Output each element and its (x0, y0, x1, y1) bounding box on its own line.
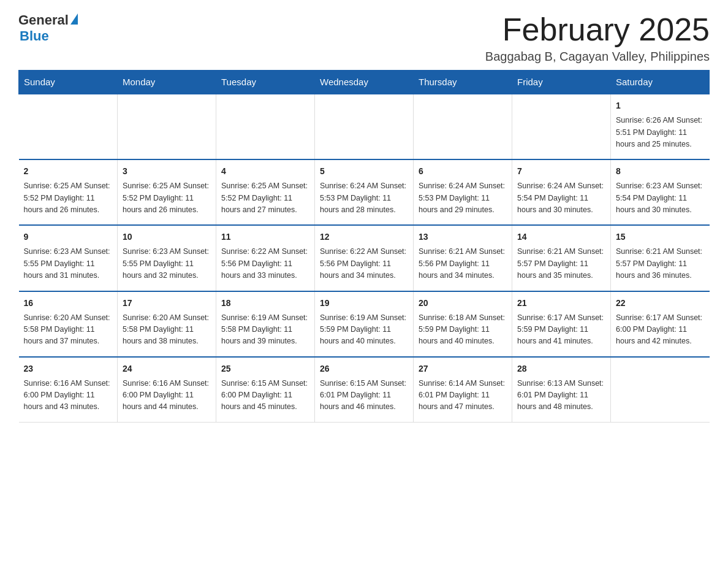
day-info: Sunrise: 6:23 AM Sunset: 5:54 PM Dayligh… (616, 180, 705, 216)
calendar-cell: 12Sunrise: 6:22 AM Sunset: 5:56 PM Dayli… (315, 225, 414, 291)
day-number: 18 (221, 297, 309, 310)
day-info: Sunrise: 6:25 AM Sunset: 5:52 PM Dayligh… (123, 180, 211, 216)
day-number: 22 (616, 297, 705, 310)
day-number: 10 (123, 231, 211, 243)
header-day-wednesday: Wednesday (315, 71, 414, 94)
day-info: Sunrise: 6:20 AM Sunset: 5:58 PM Dayligh… (24, 312, 113, 348)
day-number: 20 (419, 297, 507, 310)
day-number: 28 (517, 362, 605, 375)
calendar-cell: 17Sunrise: 6:20 AM Sunset: 5:58 PM Dayli… (118, 291, 216, 357)
day-number: 27 (419, 362, 507, 375)
calendar-week-5: 23Sunrise: 6:16 AM Sunset: 6:00 PM Dayli… (19, 357, 710, 423)
header-day-tuesday: Tuesday (216, 71, 315, 94)
day-info: Sunrise: 6:14 AM Sunset: 6:01 PM Dayligh… (419, 378, 507, 413)
day-info: Sunrise: 6:15 AM Sunset: 6:00 PM Dayligh… (221, 378, 309, 413)
day-number: 21 (517, 297, 605, 310)
calendar-cell: 22Sunrise: 6:17 AM Sunset: 6:00 PM Dayli… (611, 291, 710, 357)
day-number: 16 (24, 297, 113, 310)
calendar-body: 1Sunrise: 6:26 AM Sunset: 5:51 PM Daylig… (19, 94, 710, 422)
day-number: 3 (123, 165, 211, 178)
calendar-cell: 7Sunrise: 6:24 AM Sunset: 5:54 PM Daylig… (512, 159, 611, 225)
calendar-cell: 14Sunrise: 6:21 AM Sunset: 5:57 PM Dayli… (512, 225, 611, 291)
calendar-cell: 9Sunrise: 6:23 AM Sunset: 5:55 PM Daylig… (19, 225, 118, 291)
calendar-cell: 8Sunrise: 6:23 AM Sunset: 5:54 PM Daylig… (611, 159, 710, 225)
calendar-cell: 27Sunrise: 6:14 AM Sunset: 6:01 PM Dayli… (414, 357, 512, 423)
calendar-cell (315, 94, 414, 159)
title-block: February 2025 Baggabag B, Cagayan Valley… (485, 12, 710, 64)
day-info: Sunrise: 6:16 AM Sunset: 6:00 PM Dayligh… (24, 378, 113, 413)
calendar-cell (118, 94, 216, 159)
calendar-cell: 21Sunrise: 6:17 AM Sunset: 5:59 PM Dayli… (512, 291, 611, 357)
calendar-cell (611, 357, 710, 423)
day-info: Sunrise: 6:23 AM Sunset: 5:55 PM Dayligh… (123, 246, 211, 282)
day-info: Sunrise: 6:26 AM Sunset: 5:51 PM Dayligh… (616, 115, 705, 150)
logo-blue-text: Blue (20, 28, 49, 44)
day-info: Sunrise: 6:24 AM Sunset: 5:53 PM Dayligh… (419, 180, 507, 216)
day-info: Sunrise: 6:20 AM Sunset: 5:58 PM Dayligh… (123, 312, 211, 348)
calendar-cell: 6Sunrise: 6:24 AM Sunset: 5:53 PM Daylig… (414, 159, 512, 225)
day-info: Sunrise: 6:13 AM Sunset: 6:01 PM Dayligh… (517, 378, 605, 413)
day-number: 4 (221, 165, 309, 178)
header-day-thursday: Thursday (414, 71, 512, 94)
logo-triangle-icon (70, 13, 78, 25)
calendar-cell: 4Sunrise: 6:25 AM Sunset: 5:52 PM Daylig… (216, 159, 315, 225)
calendar-cell (512, 94, 611, 159)
day-number: 15 (616, 231, 705, 243)
day-number: 11 (221, 231, 309, 243)
day-number: 1 (616, 99, 705, 112)
day-info: Sunrise: 6:23 AM Sunset: 5:55 PM Dayligh… (24, 246, 113, 282)
page-header: General Blue February 2025 Baggabag B, C… (18, 12, 710, 64)
day-info: Sunrise: 6:19 AM Sunset: 5:58 PM Dayligh… (221, 312, 309, 348)
calendar-cell: 5Sunrise: 6:24 AM Sunset: 5:53 PM Daylig… (315, 159, 414, 225)
day-number: 25 (221, 362, 309, 375)
logo: General Blue (18, 12, 78, 44)
calendar-cell: 19Sunrise: 6:19 AM Sunset: 5:59 PM Dayli… (315, 291, 414, 357)
calendar-cell: 18Sunrise: 6:19 AM Sunset: 5:58 PM Dayli… (216, 291, 315, 357)
header-day-saturday: Saturday (611, 71, 710, 94)
day-number: 14 (517, 231, 605, 243)
calendar-cell: 1Sunrise: 6:26 AM Sunset: 5:51 PM Daylig… (611, 94, 710, 159)
calendar-cell (216, 94, 315, 159)
day-info: Sunrise: 6:19 AM Sunset: 5:59 PM Dayligh… (320, 312, 408, 348)
calendar-cell: 25Sunrise: 6:15 AM Sunset: 6:00 PM Dayli… (216, 357, 315, 423)
calendar-cell: 10Sunrise: 6:23 AM Sunset: 5:55 PM Dayli… (118, 225, 216, 291)
calendar-cell: 3Sunrise: 6:25 AM Sunset: 5:52 PM Daylig… (118, 159, 216, 225)
day-number: 12 (320, 231, 408, 243)
header-day-monday: Monday (118, 71, 216, 94)
calendar-cell: 20Sunrise: 6:18 AM Sunset: 5:59 PM Dayli… (414, 291, 512, 357)
calendar-cell: 23Sunrise: 6:16 AM Sunset: 6:00 PM Dayli… (19, 357, 118, 423)
calendar-cell: 16Sunrise: 6:20 AM Sunset: 5:58 PM Dayli… (19, 291, 118, 357)
day-info: Sunrise: 6:21 AM Sunset: 5:57 PM Dayligh… (517, 246, 605, 282)
calendar-cell: 26Sunrise: 6:15 AM Sunset: 6:01 PM Dayli… (315, 357, 414, 423)
calendar-header: SundayMondayTuesdayWednesdayThursdayFrid… (19, 71, 710, 94)
day-info: Sunrise: 6:21 AM Sunset: 5:57 PM Dayligh… (616, 246, 705, 282)
calendar-week-2: 2Sunrise: 6:25 AM Sunset: 5:52 PM Daylig… (19, 159, 710, 225)
day-number: 19 (320, 297, 408, 310)
calendar-week-4: 16Sunrise: 6:20 AM Sunset: 5:58 PM Dayli… (19, 291, 710, 357)
day-number: 8 (616, 165, 705, 178)
day-number: 6 (419, 165, 507, 178)
calendar-cell: 2Sunrise: 6:25 AM Sunset: 5:52 PM Daylig… (19, 159, 118, 225)
calendar-cell (414, 94, 512, 159)
calendar-cell: 11Sunrise: 6:22 AM Sunset: 5:56 PM Dayli… (216, 225, 315, 291)
day-number: 17 (123, 297, 211, 310)
header-day-sunday: Sunday (19, 71, 118, 94)
header-day-friday: Friday (512, 71, 611, 94)
day-info: Sunrise: 6:25 AM Sunset: 5:52 PM Dayligh… (24, 180, 113, 216)
page-title: February 2025 (485, 12, 710, 47)
day-info: Sunrise: 6:22 AM Sunset: 5:56 PM Dayligh… (221, 246, 309, 282)
day-info: Sunrise: 6:17 AM Sunset: 5:59 PM Dayligh… (517, 312, 605, 348)
day-number: 5 (320, 165, 408, 178)
day-number: 23 (24, 362, 113, 375)
day-info: Sunrise: 6:21 AM Sunset: 5:56 PM Dayligh… (419, 246, 507, 282)
day-info: Sunrise: 6:18 AM Sunset: 5:59 PM Dayligh… (419, 312, 507, 348)
calendar-week-3: 9Sunrise: 6:23 AM Sunset: 5:55 PM Daylig… (19, 225, 710, 291)
calendar-cell: 15Sunrise: 6:21 AM Sunset: 5:57 PM Dayli… (611, 225, 710, 291)
day-number: 9 (24, 231, 113, 243)
day-number: 13 (419, 231, 507, 243)
day-info: Sunrise: 6:22 AM Sunset: 5:56 PM Dayligh… (320, 246, 408, 282)
logo-general-text: General (18, 12, 69, 28)
day-info: Sunrise: 6:15 AM Sunset: 6:01 PM Dayligh… (320, 378, 408, 413)
day-info: Sunrise: 6:24 AM Sunset: 5:53 PM Dayligh… (320, 180, 408, 216)
day-number: 24 (123, 362, 211, 375)
